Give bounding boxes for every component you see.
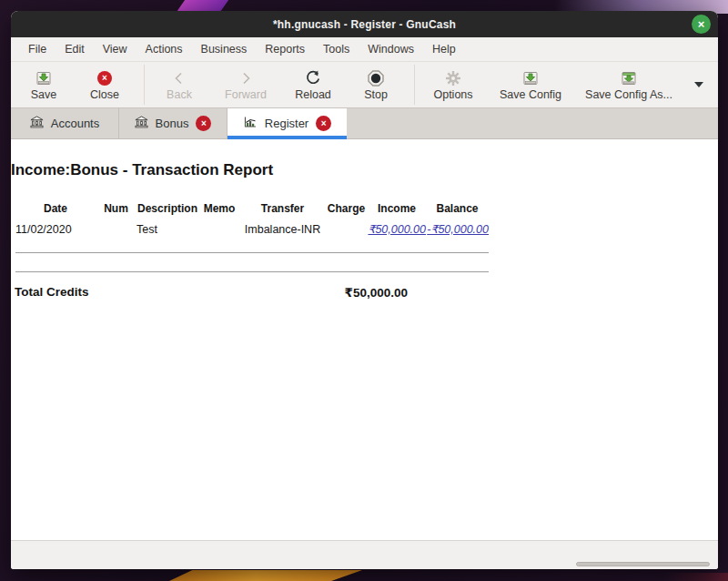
reload-icon [304,69,322,87]
menu-windows[interactable]: Windows [359,39,423,59]
report-view: Income:Bonus - Transaction Report Date N… [11,139,718,540]
window-title: *hh.gnucash - Register - GnuCash [273,18,456,31]
cell-memo [198,219,240,240]
menu-actions[interactable]: Actions [136,39,192,59]
tabbar: Accounts Bonus × [11,107,718,139]
wallpaper-orange-wedge [169,570,362,581]
chevron-right-icon [237,69,255,87]
tab-bonus[interactable]: Bonus × [119,108,228,138]
cell-date: 11/02/2020 [15,219,96,240]
save-button-label: Save [31,88,57,101]
toolbar-separator [414,65,415,105]
forward-button-label: Forward [225,88,267,101]
cell-balance: -₹50,000.00 [426,219,489,240]
transaction-table: Date Num Description Memo Transfer Charg… [15,198,489,240]
menubar: File Edit View Actions Business Reports … [11,37,718,62]
close-button-label: Close [90,88,119,101]
bank-icon [135,116,148,132]
gnucash-window: *hh.gnucash - Register - GnuCash × File … [11,11,718,569]
col-header-description: Description [136,198,198,219]
save-icon [521,69,540,87]
menu-reports[interactable]: Reports [256,39,314,59]
back-button-label: Back [167,88,192,101]
total-credits-value: ₹50,000.00 [284,285,408,300]
bank-icon [30,116,44,132]
statusbar [11,540,718,569]
col-header-balance: Balance [426,198,489,219]
stop-button[interactable]: Stop [349,64,403,106]
save-button[interactable]: Save [16,64,71,106]
report-title: Income:Bonus - Transaction Report [11,161,273,179]
tab-register[interactable]: Register × [228,108,347,138]
cell-transfer: Imbalance-INR [240,219,325,240]
income-amount-link[interactable]: ₹50,000.00 [368,223,426,236]
save-config-as-label: Save Config As... [585,88,672,101]
chevron-left-icon [170,69,188,87]
reload-button-label: Reload [295,88,331,101]
tab-bonus-close-button[interactable]: × [196,116,211,131]
chart-icon [243,116,258,132]
titlebar: *hh.gnucash - Register - GnuCash × [11,11,718,37]
table-header-row: Date Num Description Memo Transfer Charg… [15,198,489,219]
stop-button-label: Stop [364,88,388,101]
tab-register-close-button[interactable]: × [316,116,331,131]
menu-edit[interactable]: Edit [56,39,94,59]
table-row: 11/02/2020 Test Imbalance-INR ₹50,000.00… [15,219,489,240]
options-button[interactable]: Options [426,64,480,106]
total-separator-rule [15,252,489,253]
tab-accounts-label: Accounts [51,117,99,130]
wallpaper-red-corner [664,573,728,581]
col-header-income: Income [368,198,426,219]
close-circle-icon: × [96,69,114,87]
cell-num [96,219,136,240]
stop-icon [367,69,385,87]
save-as-icon [620,69,638,87]
save-icon [35,69,53,87]
total-credits-label: Total Credits [15,285,89,299]
menu-file[interactable]: File [19,39,56,59]
tab-bonus-label: Bonus [156,117,189,130]
balance-amount-link[interactable]: -₹50,000.00 [427,223,489,236]
col-header-charge: Charge [325,198,368,219]
toolbar: Save × Close Back Forward [11,62,718,107]
save-config-as-button[interactable]: Save Config As... [576,64,682,106]
col-header-transfer: Transfer [240,198,325,219]
close-report-button[interactable]: × Close [77,64,132,106]
options-button-label: Options [433,88,472,101]
menu-help[interactable]: Help [423,39,465,59]
menu-view[interactable]: View [94,39,136,59]
col-header-num: Num [96,198,136,219]
back-button[interactable]: Back [152,64,207,106]
cell-description: Test [136,219,198,240]
tab-accounts[interactable]: Accounts [11,108,119,138]
reload-button[interactable]: Reload [286,64,340,106]
horizontal-scrollbar[interactable] [576,562,710,566]
save-config-button[interactable]: Save Config [485,64,576,106]
close-icon: × [698,18,705,30]
forward-button[interactable]: Forward [218,64,273,106]
col-header-date: Date [15,198,96,219]
window-close-button[interactable]: × [692,15,711,34]
menu-tools[interactable]: Tools [314,39,359,59]
toolbar-overflow-arrow[interactable] [694,82,703,87]
gear-icon [444,69,462,87]
menu-business[interactable]: Business [192,39,257,59]
save-config-label: Save Config [500,88,561,101]
tab-register-label: Register [265,117,308,130]
cell-income: ₹50,000.00 [368,219,426,240]
total-separator-rule [15,271,489,272]
toolbar-separator [144,65,145,105]
cell-charge [325,219,368,240]
col-header-memo: Memo [198,198,240,219]
